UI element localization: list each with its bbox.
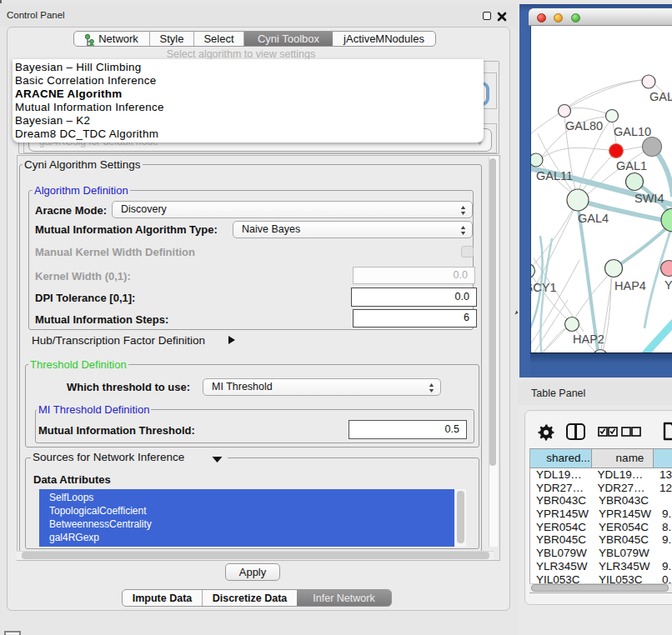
svg-text:GAL4: GAL4 [578,212,609,225]
svg-text:GAL11: GAL11 [536,169,573,182]
svg-text:GAL10: GAL10 [614,125,651,138]
svg-text:GAL80: GAL80 [565,119,603,132]
svg-text:HAP4: HAP4 [614,279,646,292]
svg-text:GCY1: GCY1 [531,281,557,294]
svg-text:YI: YI [664,278,672,292]
svg-text:GAL2: GAL2 [649,90,672,103]
svg-text:SWI4: SWI4 [634,192,664,205]
svg-text:HAP2: HAP2 [573,332,604,346]
svg-text:GAL1: GAL1 [616,159,647,172]
